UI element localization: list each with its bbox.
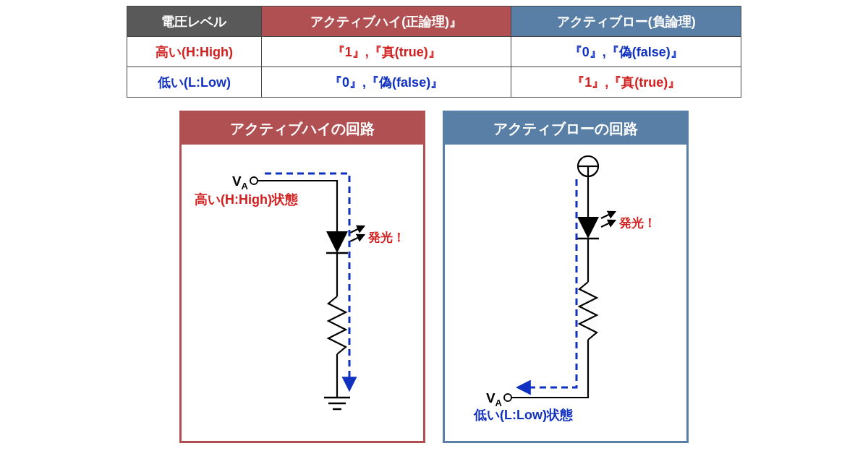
panel-active-high: アクティブハイの回路 VA 高い(H:High)状態 bbox=[179, 111, 425, 443]
ground-icon bbox=[324, 398, 350, 409]
panel-title: アクティブハイの回路 bbox=[182, 113, 423, 145]
emit-label: 発光！ bbox=[618, 216, 656, 230]
emit-label: 発光！ bbox=[367, 231, 405, 244]
cell-active-high: 『1』,『真(true)』 bbox=[261, 37, 511, 67]
cell-active-low: 『0』,『偽(false)』 bbox=[511, 37, 741, 67]
logic-truth-table: 電圧レベル アクティブハイ(正論理)』 アクティブロー(負論理) 高い(H:Hi… bbox=[127, 6, 741, 98]
panel-title: アクティブローの回路 bbox=[445, 113, 686, 145]
cell-level: 高い(H:High) bbox=[127, 37, 262, 67]
th-active-low: アクティブロー(負論理) bbox=[511, 7, 741, 37]
led-icon bbox=[326, 226, 364, 253]
terminal-va-icon bbox=[250, 177, 258, 184]
current-flow-icon bbox=[519, 179, 576, 387]
terminal-va-icon bbox=[504, 394, 511, 401]
circuit-active-high: VA 高い(H:High)状態 発光！ bbox=[182, 145, 423, 441]
circuit-active-low: 発光！ VA 低い(L:Low)状態 bbox=[445, 145, 686, 441]
cell-active-high: 『0』,『偽(false)』 bbox=[261, 67, 511, 98]
supply-icon bbox=[578, 156, 598, 176]
cell-level: 低い(L:Low) bbox=[127, 67, 262, 98]
va-label: VA bbox=[486, 390, 503, 408]
th-active-high: アクティブハイ(正論理)』 bbox=[261, 7, 511, 37]
table-row: 低い(L:Low) 『0』,『偽(false)』 『1』,『真(true)』 bbox=[127, 67, 741, 98]
state-label: 高い(H:High)状態 bbox=[195, 192, 299, 207]
resistor-icon bbox=[328, 296, 346, 354]
led-icon bbox=[577, 212, 615, 239]
table-row: 高い(H:High) 『1』,『真(true)』 『0』,『偽(false)』 bbox=[127, 37, 741, 67]
panel-active-low: アクティブローの回路 bbox=[443, 111, 689, 443]
th-level: 電圧レベル bbox=[127, 7, 262, 37]
cell-active-low: 『1』,『真(true)』 bbox=[511, 67, 741, 98]
va-label: VA bbox=[232, 173, 249, 192]
state-label: 低い(L:Low)状態 bbox=[473, 408, 574, 422]
resistor-icon bbox=[579, 282, 597, 340]
